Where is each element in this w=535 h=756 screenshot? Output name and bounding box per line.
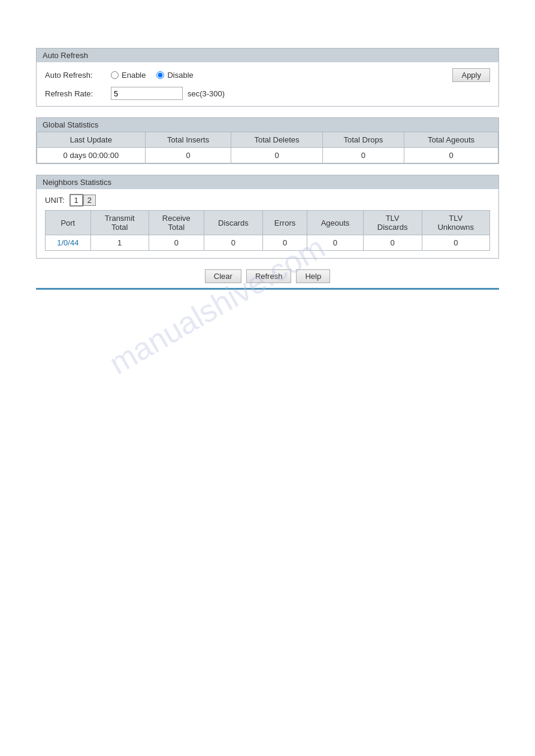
auto-refresh-grid: Auto Refresh: Enable Disable Apply: [45, 68, 490, 100]
table-row: 1/0/44 1 0 0 0 0 0 0: [46, 235, 490, 251]
global-stats-header-row: Last Update Total Inserts Total Deletes …: [37, 132, 498, 148]
apply-btn-wrapper: Apply: [452, 68, 490, 82]
cell-discards: 0: [204, 235, 262, 251]
help-button[interactable]: Help: [296, 269, 330, 283]
auto-refresh-section: Auto Refresh Auto Refresh: Enable Disabl…: [36, 48, 499, 107]
global-stats-body: Last Update Total Inserts Total Deletes …: [37, 132, 498, 163]
col-ageouts: Ageouts: [307, 211, 363, 235]
disable-radio-label[interactable]: Disable: [156, 71, 193, 80]
cell-tlv-discards: 0: [363, 235, 422, 251]
col-receive-total: ReceiveTotal: [149, 211, 204, 235]
cell-transmit-total: 1: [90, 235, 149, 251]
radio-group: Enable Disable: [111, 71, 194, 80]
neighbors-stats-section: Neighbors Statistics UNIT: 12 Port Trans…: [36, 175, 499, 259]
col-transmit-total: TransmitTotal: [90, 211, 149, 235]
bottom-border: [36, 288, 499, 290]
col-last-update: Last Update: [37, 132, 146, 148]
refresh-rate-label: Refresh Rate:: [45, 89, 111, 98]
auto-refresh-row: Auto Refresh: Enable Disable Apply: [45, 68, 490, 82]
neighbors-stats-header: Neighbors Statistics: [37, 175, 498, 189]
auto-refresh-body: Auto Refresh: Enable Disable Apply: [37, 62, 498, 106]
global-stats-section: Global Statistics Last Update Total Inse…: [36, 117, 499, 164]
cell-tlv-unknowns: 0: [422, 235, 489, 251]
col-total-ageouts: Total Ageouts: [404, 132, 498, 148]
refresh-button[interactable]: Refresh: [246, 269, 292, 283]
global-stats-title: Global Statistics: [43, 120, 98, 129]
disable-radio[interactable]: [156, 71, 164, 79]
enable-radio[interactable]: [111, 71, 119, 79]
cell-port: 1/0/44: [46, 235, 91, 251]
col-tlv-unknowns: TLVUnknowns: [422, 211, 489, 235]
cell-total-deletes: 0: [231, 148, 322, 163]
cell-ageouts: 0: [307, 235, 363, 251]
sec-label: sec(3-300): [188, 89, 225, 98]
col-errors: Errors: [262, 211, 307, 235]
table-row: 0 days 00:00:00 0 0 0 0: [37, 148, 498, 163]
refresh-rate-row: Refresh Rate: sec(3-300): [45, 87, 490, 100]
neighbors-header-row: Port TransmitTotal ReceiveTotal Discards…: [46, 211, 490, 235]
col-total-inserts: Total Inserts: [145, 132, 231, 148]
action-buttons: Clear Refresh Help: [36, 269, 499, 283]
cell-last-update: 0 days 00:00:00: [37, 148, 146, 163]
enable-radio-label[interactable]: Enable: [111, 71, 146, 80]
neighbors-stats-body: UNIT: 12 Port TransmitTotal ReceiveTotal…: [37, 189, 498, 258]
port-link[interactable]: 1/0/44: [57, 238, 78, 247]
auto-refresh-label: Auto Refresh:: [45, 71, 111, 80]
cell-total-inserts: 0: [145, 148, 231, 163]
unit-label: UNIT:: [45, 196, 65, 205]
col-discards: Discards: [204, 211, 262, 235]
auto-refresh-header: Auto Refresh: [37, 48, 498, 62]
page-wrapper: Auto Refresh Auto Refresh: Enable Disabl…: [0, 0, 535, 756]
apply-button[interactable]: Apply: [452, 68, 490, 82]
col-total-deletes: Total Deletes: [231, 132, 322, 148]
cell-total-drops: 0: [322, 148, 404, 163]
enable-label: Enable: [122, 71, 146, 80]
neighbors-stats-title: Neighbors Statistics: [43, 178, 111, 187]
unit-2-button[interactable]: 2: [83, 195, 96, 206]
col-port: Port: [46, 211, 91, 235]
unit-1-button[interactable]: 1: [69, 194, 83, 207]
col-total-drops: Total Drops: [322, 132, 404, 148]
cell-errors: 0: [262, 235, 307, 251]
cell-receive-total: 0: [149, 235, 204, 251]
auto-refresh-title: Auto Refresh: [43, 51, 88, 60]
unit-row: UNIT: 12: [45, 194, 490, 207]
clear-button[interactable]: Clear: [205, 269, 241, 283]
disable-label: Disable: [167, 71, 193, 80]
global-stats-table: Last Update Total Inserts Total Deletes …: [37, 132, 498, 163]
global-stats-header: Global Statistics: [37, 118, 498, 132]
refresh-rate-input[interactable]: [111, 87, 183, 100]
col-tlv-discards: TLVDiscards: [363, 211, 422, 235]
neighbors-table: Port TransmitTotal ReceiveTotal Discards…: [45, 210, 490, 251]
cell-total-ageouts: 0: [404, 148, 498, 163]
